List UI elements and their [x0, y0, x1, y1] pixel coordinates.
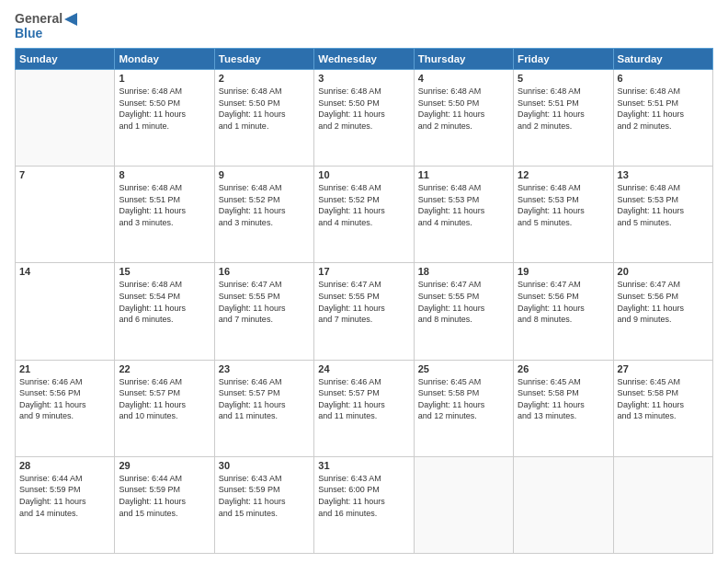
day-info: Sunrise: 6:48 AMSunset: 5:53 PMDaylight:…: [518, 182, 609, 228]
day-info: Sunrise: 6:45 AMSunset: 5:58 PMDaylight:…: [618, 376, 709, 422]
day-info: Sunrise: 6:48 AMSunset: 5:53 PMDaylight:…: [618, 182, 709, 228]
day-info: Sunrise: 6:44 AMSunset: 5:59 PMDaylight:…: [119, 473, 210, 519]
calendar-cell: 14: [16, 263, 115, 360]
calendar-cell: 17Sunrise: 6:47 AMSunset: 5:55 PMDayligh…: [314, 263, 414, 360]
calendar-week-row: 1415Sunrise: 6:48 AMSunset: 5:54 PMDayli…: [16, 263, 713, 360]
calendar-dow-friday: Friday: [514, 49, 613, 70]
day-info: Sunrise: 6:48 AMSunset: 5:54 PMDaylight:…: [119, 279, 210, 325]
day-info: Sunrise: 6:47 AMSunset: 5:56 PMDaylight:…: [518, 279, 609, 325]
day-number: 1: [119, 73, 210, 84]
day-number: 19: [518, 266, 609, 277]
calendar-dow-monday: Monday: [115, 49, 214, 70]
calendar-cell: [613, 456, 712, 553]
day-info: Sunrise: 6:45 AMSunset: 5:58 PMDaylight:…: [518, 376, 609, 422]
day-info: Sunrise: 6:48 AMSunset: 5:52 PMDaylight:…: [219, 182, 310, 228]
day-info: Sunrise: 6:48 AMSunset: 5:50 PMDaylight:…: [219, 86, 310, 132]
day-number: 27: [618, 363, 709, 374]
day-number: 26: [518, 363, 609, 374]
calendar-cell: 11Sunrise: 6:48 AMSunset: 5:53 PMDayligh…: [414, 167, 513, 263]
day-number: 5: [518, 73, 609, 84]
calendar-cell: [514, 456, 613, 553]
calendar-cell: 8Sunrise: 6:48 AMSunset: 5:51 PMDaylight…: [115, 167, 214, 263]
calendar-week-row: 78Sunrise: 6:48 AMSunset: 5:51 PMDayligh…: [16, 167, 713, 263]
day-info: Sunrise: 6:48 AMSunset: 5:53 PMDaylight:…: [418, 182, 509, 228]
calendar-cell: 10Sunrise: 6:48 AMSunset: 5:52 PMDayligh…: [314, 167, 414, 263]
calendar-cell: 7: [16, 167, 115, 263]
day-info: Sunrise: 6:48 AMSunset: 5:50 PMDaylight:…: [418, 86, 509, 132]
day-info: Sunrise: 6:47 AMSunset: 5:56 PMDaylight:…: [618, 279, 709, 325]
calendar-dow-thursday: Thursday: [414, 49, 513, 70]
day-info: Sunrise: 6:43 AMSunset: 5:59 PMDaylight:…: [219, 473, 310, 519]
calendar-cell: 3Sunrise: 6:48 AMSunset: 5:50 PMDaylight…: [314, 70, 414, 167]
calendar-dow-tuesday: Tuesday: [214, 49, 313, 70]
day-info: Sunrise: 6:46 AMSunset: 5:56 PMDaylight:…: [19, 376, 110, 422]
day-info: Sunrise: 6:46 AMSunset: 5:57 PMDaylight:…: [119, 376, 210, 422]
day-info: Sunrise: 6:47 AMSunset: 5:55 PMDaylight:…: [318, 279, 409, 325]
day-info: Sunrise: 6:48 AMSunset: 5:50 PMDaylight:…: [119, 86, 210, 132]
day-number: 12: [518, 169, 609, 180]
calendar-dow-sunday: Sunday: [16, 49, 115, 70]
day-number: 18: [418, 266, 509, 277]
calendar-cell: 21Sunrise: 6:46 AMSunset: 5:56 PMDayligh…: [16, 360, 115, 456]
day-info: Sunrise: 6:47 AMSunset: 5:55 PMDaylight:…: [418, 279, 509, 325]
calendar-cell: 22Sunrise: 6:46 AMSunset: 5:57 PMDayligh…: [115, 360, 214, 456]
calendar-cell: 15Sunrise: 6:48 AMSunset: 5:54 PMDayligh…: [115, 263, 214, 360]
day-number: 29: [119, 460, 210, 471]
calendar-cell: 26Sunrise: 6:45 AMSunset: 5:58 PMDayligh…: [514, 360, 613, 456]
day-number: 9: [219, 169, 310, 180]
day-number: 17: [318, 266, 409, 277]
logo-bird-icon: [64, 13, 81, 26]
page: GeneralBlue SundayMondayTuesdayWednesday…: [0, 0, 728, 563]
day-number: 13: [618, 169, 709, 180]
calendar-table: SundayMondayTuesdayWednesdayThursdayFrid…: [15, 48, 713, 554]
calendar-week-row: 1Sunrise: 6:48 AMSunset: 5:50 PMDaylight…: [16, 70, 713, 167]
day-number: 21: [19, 363, 110, 374]
calendar-cell: 12Sunrise: 6:48 AMSunset: 5:53 PMDayligh…: [514, 167, 613, 263]
day-number: 31: [318, 460, 409, 471]
calendar-dow-saturday: Saturday: [613, 49, 712, 70]
calendar-cell: [414, 456, 513, 553]
day-number: 22: [119, 363, 210, 374]
day-number: 30: [219, 460, 310, 471]
calendar-cell: 24Sunrise: 6:46 AMSunset: 5:57 PMDayligh…: [314, 360, 414, 456]
calendar-cell: 28Sunrise: 6:44 AMSunset: 5:59 PMDayligh…: [16, 456, 115, 553]
day-info: Sunrise: 6:48 AMSunset: 5:51 PMDaylight:…: [119, 182, 210, 228]
calendar-cell: 31Sunrise: 6:43 AMSunset: 6:00 PMDayligh…: [314, 456, 414, 553]
day-number: 25: [418, 363, 509, 374]
day-info: Sunrise: 6:46 AMSunset: 5:57 PMDaylight:…: [318, 376, 409, 422]
day-info: Sunrise: 6:48 AMSunset: 5:51 PMDaylight:…: [518, 86, 609, 132]
day-number: 23: [219, 363, 310, 374]
calendar-cell: 1Sunrise: 6:48 AMSunset: 5:50 PMDaylight…: [115, 70, 214, 167]
logo-blue: Blue: [15, 26, 42, 40]
calendar-cell: 6Sunrise: 6:48 AMSunset: 5:51 PMDaylight…: [613, 70, 712, 167]
calendar-cell: 25Sunrise: 6:45 AMSunset: 5:58 PMDayligh…: [414, 360, 513, 456]
calendar-week-row: 21Sunrise: 6:46 AMSunset: 5:56 PMDayligh…: [16, 360, 713, 456]
calendar-cell: 23Sunrise: 6:46 AMSunset: 5:57 PMDayligh…: [214, 360, 313, 456]
calendar-header-row: SundayMondayTuesdayWednesdayThursdayFrid…: [16, 49, 713, 70]
calendar-cell: 5Sunrise: 6:48 AMSunset: 5:51 PMDaylight…: [514, 70, 613, 167]
calendar-cell: 13Sunrise: 6:48 AMSunset: 5:53 PMDayligh…: [613, 167, 712, 263]
calendar-dow-wednesday: Wednesday: [314, 49, 414, 70]
calendar-cell: 27Sunrise: 6:45 AMSunset: 5:58 PMDayligh…: [613, 360, 712, 456]
day-number: 15: [119, 266, 210, 277]
day-info: Sunrise: 6:44 AMSunset: 5:59 PMDaylight:…: [19, 473, 110, 519]
day-number: 16: [219, 266, 310, 277]
day-number: 11: [418, 169, 509, 180]
calendar-week-row: 28Sunrise: 6:44 AMSunset: 5:59 PMDayligh…: [16, 456, 713, 553]
calendar-cell: 9Sunrise: 6:48 AMSunset: 5:52 PMDaylight…: [214, 167, 313, 263]
day-number: 3: [318, 73, 409, 84]
day-info: Sunrise: 6:45 AMSunset: 5:58 PMDaylight:…: [418, 376, 509, 422]
logo-general: General: [15, 11, 63, 26]
calendar-cell: 2Sunrise: 6:48 AMSunset: 5:50 PMDaylight…: [214, 70, 313, 167]
calendar-cell: 30Sunrise: 6:43 AMSunset: 5:59 PMDayligh…: [214, 456, 313, 553]
calendar-cell: 20Sunrise: 6:47 AMSunset: 5:56 PMDayligh…: [613, 263, 712, 360]
day-number: 28: [19, 460, 110, 471]
svg-marker-0: [64, 13, 77, 26]
day-number: 10: [318, 169, 409, 180]
day-number: 2: [219, 73, 310, 84]
calendar-cell: [16, 70, 115, 167]
day-info: Sunrise: 6:48 AMSunset: 5:52 PMDaylight:…: [318, 182, 409, 228]
day-info: Sunrise: 6:48 AMSunset: 5:51 PMDaylight:…: [618, 86, 709, 132]
day-number: 6: [618, 73, 709, 84]
day-number: 7: [19, 169, 110, 180]
